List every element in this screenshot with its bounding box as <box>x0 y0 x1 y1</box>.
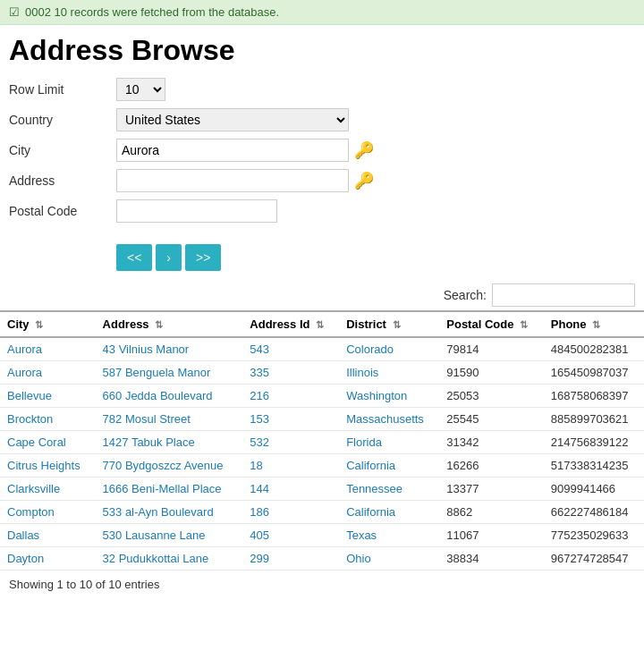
city-link[interactable]: Brockton <box>7 412 53 426</box>
phone-sort-icon: ⇅ <box>592 319 600 331</box>
district-link[interactable]: Washington <box>346 389 407 402</box>
address-link[interactable]: 533 al-Ayn Boulevard <box>103 505 214 519</box>
city-link[interactable]: Compton <box>7 505 55 519</box>
cell-phone: 214756839122 <box>544 431 644 454</box>
address-link[interactable]: 770 Bydgoszcz Avenue <box>103 459 224 472</box>
cell-address-id: 335 <box>242 361 339 385</box>
cell-address-id: 543 <box>242 337 339 361</box>
notice-text: 0002 10 records were fetched from the da… <box>25 5 279 19</box>
district-link[interactable]: Texas <box>346 528 377 542</box>
col-header-city[interactable]: City ⇅ <box>0 311 96 337</box>
city-link[interactable]: Aurora <box>7 342 42 356</box>
address-link[interactable]: 660 Jedda Boulevard <box>103 389 213 402</box>
cell-district: Illinois <box>339 361 439 385</box>
district-link[interactable]: Massachusetts <box>346 412 424 426</box>
country-select[interactable]: United States Canada United Kingdom Aust… <box>116 108 349 131</box>
table-row: Dayton32 Pudukkottai Lane299Ohio38834967… <box>0 547 644 571</box>
address-id-link[interactable]: 18 <box>250 459 262 472</box>
city-link[interactable]: Bellevue <box>7 389 52 402</box>
address-input[interactable] <box>116 169 349 192</box>
row-limit-select[interactable]: 10 25 50 100 <box>116 78 165 101</box>
postal-code-input[interactable] <box>116 199 277 223</box>
city-link[interactable]: Dayton <box>7 552 44 565</box>
table-row: Cape Coral1427 Tabuk Place532Florida3134… <box>0 431 644 454</box>
cell-district: Texas <box>339 524 439 547</box>
col-header-postal-code[interactable]: Postal Code ⇅ <box>439 311 544 337</box>
district-link[interactable]: Colorado <box>346 342 394 356</box>
city-input[interactable] <box>116 139 349 162</box>
district-link[interactable]: Florida <box>346 435 382 449</box>
search-bar: Search: <box>0 280 644 310</box>
address-link[interactable]: 43 Vilnius Manor <box>103 342 190 356</box>
city-link[interactable]: Clarksville <box>7 482 60 495</box>
district-link[interactable]: Ohio <box>346 552 370 565</box>
prev-page-button[interactable]: › <box>156 244 182 271</box>
cell-phone: 885899703621 <box>544 408 644 431</box>
district-link[interactable]: California <box>346 505 395 519</box>
cell-postal-code: 31342 <box>439 431 544 454</box>
cell-district: Ohio <box>339 547 439 571</box>
cell-address: 660 Jedda Boulevard <box>96 385 243 408</box>
col-header-address-id[interactable]: Address Id ⇅ <box>242 311 339 337</box>
address-link[interactable]: 782 Mosul Street <box>103 412 191 426</box>
search-input[interactable] <box>492 283 635 307</box>
address-id-link[interactable]: 144 <box>250 482 269 495</box>
district-link[interactable]: California <box>346 459 395 472</box>
cell-phone: 484500282381 <box>544 337 644 361</box>
filter-form: Row Limit 10 25 50 100 Country United St… <box>0 72 644 239</box>
address-link[interactable]: 1666 Beni-Mellal Place <box>103 482 222 495</box>
address-link[interactable]: 530 Lausanne Lane <box>103 528 206 542</box>
address-id-link[interactable]: 532 <box>250 435 269 449</box>
address-sort-icon: ⇅ <box>155 319 163 331</box>
district-link[interactable]: Tennessee <box>346 482 402 495</box>
cell-address-id: 299 <box>242 547 339 571</box>
city-link[interactable]: Dallas <box>7 528 39 542</box>
address-link[interactable]: 1427 Tabuk Place <box>103 435 195 449</box>
cell-postal-code: 25053 <box>439 385 544 408</box>
city-link[interactable]: Cape Coral <box>7 435 66 449</box>
address-link[interactable]: 32 Pudukkottai Lane <box>103 552 209 565</box>
cell-postal-code: 91590 <box>439 361 544 385</box>
address-id-sort-icon: ⇅ <box>316 319 324 331</box>
row-limit-label: Row Limit <box>9 82 116 97</box>
col-header-address[interactable]: Address ⇅ <box>96 311 243 337</box>
cell-district: Colorado <box>339 337 439 361</box>
cell-phone: 662227486184 <box>544 501 644 524</box>
cell-district: Tennessee <box>339 478 439 501</box>
address-id-link[interactable]: 299 <box>250 552 269 565</box>
address-link[interactable]: 587 Benguela Manor <box>103 366 211 379</box>
address-id-link[interactable]: 405 <box>250 528 269 542</box>
table-row: Brockton782 Mosul Street153Massachusetts… <box>0 408 644 431</box>
cell-address-id: 186 <box>242 501 339 524</box>
city-sort-icon: ⇅ <box>35 319 43 331</box>
cell-address-id: 405 <box>242 524 339 547</box>
cell-postal-code: 8862 <box>439 501 544 524</box>
address-id-link[interactable]: 186 <box>250 505 269 519</box>
cell-address: 1666 Beni-Mellal Place <box>96 478 243 501</box>
cell-postal-code: 25545 <box>439 408 544 431</box>
col-header-phone[interactable]: Phone ⇅ <box>544 311 644 337</box>
district-link[interactable]: Illinois <box>346 366 378 379</box>
address-id-link[interactable]: 335 <box>250 366 269 379</box>
cell-address: 32 Pudukkottai Lane <box>96 547 243 571</box>
address-table: City ⇅ Address ⇅ Address Id ⇅ District ⇅… <box>0 310 644 571</box>
table-header-row: City ⇅ Address ⇅ Address Id ⇅ District ⇅… <box>0 311 644 337</box>
cell-district: California <box>339 454 439 478</box>
table-row: Dallas530 Lausanne Lane405Texas110677752… <box>0 524 644 547</box>
address-id-link[interactable]: 153 <box>250 412 269 426</box>
postal-code-label: Postal Code <box>9 204 116 218</box>
search-label: Search: <box>444 288 487 302</box>
cell-city: Brockton <box>0 408 96 431</box>
postal-code-row: Postal Code <box>9 199 635 223</box>
table-row: Citrus Heights770 Bydgoszcz Avenue18Cali… <box>0 454 644 478</box>
city-link[interactable]: Aurora <box>7 366 42 379</box>
first-page-button[interactable]: << <box>116 244 152 271</box>
city-search-key-icon[interactable]: 🔑 <box>354 140 374 160</box>
next-page-button[interactable]: >> <box>185 244 221 271</box>
city-link[interactable]: Citrus Heights <box>7 459 80 472</box>
cell-phone: 9099941466 <box>544 478 644 501</box>
address-id-link[interactable]: 543 <box>250 342 269 356</box>
address-id-link[interactable]: 216 <box>250 389 269 402</box>
col-header-district[interactable]: District ⇅ <box>339 311 439 337</box>
address-search-key-icon[interactable]: 🔑 <box>354 171 374 190</box>
